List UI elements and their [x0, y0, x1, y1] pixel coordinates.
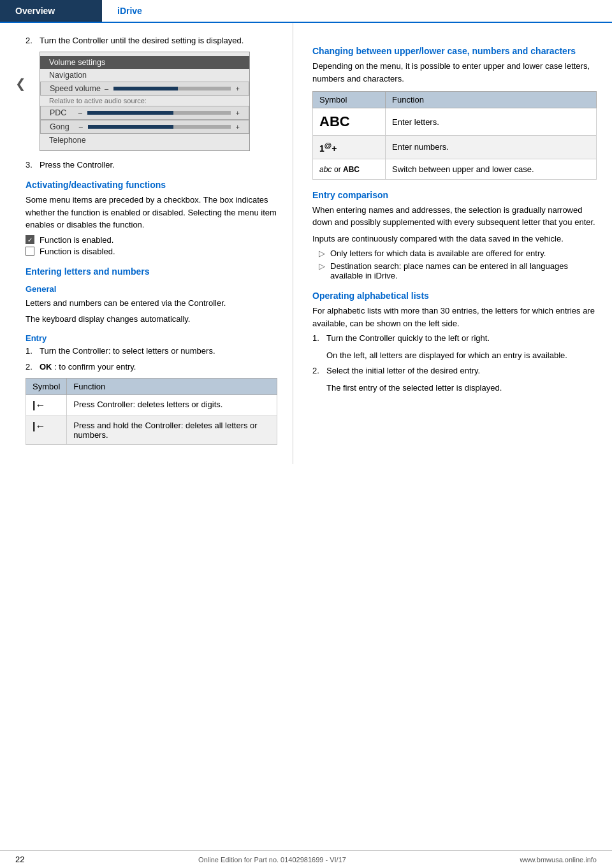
abc-symbol-cell: ABC [313, 108, 386, 136]
menu-item-gong: Gong – + [40, 120, 249, 134]
gong-label: Gong [50, 122, 69, 131]
operating-text: For alphabetic lists with more than 30 e… [312, 305, 597, 329]
right-table-header-function: Function [386, 92, 597, 108]
entry-step1-text: Turn the Controller: to select letters o… [40, 346, 277, 356]
menu-item-volume: Volume settings [40, 56, 249, 69]
menu-label-relative: Relative to active audio source: [40, 96, 249, 106]
speed-volume-label: Speed volume [50, 84, 101, 93]
gong-minus: – [69, 123, 83, 131]
num-icon: 1@+ [319, 143, 337, 154]
activating-text: Some menu items are preceded by a checkb… [26, 194, 277, 231]
abc-lower-icon: abc [319, 165, 332, 174]
right-table-row-abc: ABC Enter letters. [313, 108, 597, 136]
checkbox-checked-icon [26, 235, 34, 244]
checkbox-disabled-text: Function is disabled. [40, 247, 115, 256]
right-table-header-symbol: Symbol [313, 92, 386, 108]
entry-subheading: Entry [26, 333, 277, 343]
entry-comparison-heading: Entry comparison [312, 190, 597, 200]
page-footer: 22 Online Edition for Part no. 014029816… [0, 850, 612, 868]
step-2-item: 2. Turn the Controller until the desired… [26, 36, 277, 45]
nav-left-arrow: ❮ [15, 76, 26, 91]
entry-comparison-text1: When entering names and addresses, the s… [312, 204, 597, 229]
bullet-text-2: Destination search: place names can be e… [330, 261, 597, 280]
entering-heading: Entering letters and numbers [26, 266, 277, 277]
entry-step1-item: 1. Turn the Controller: to select letter… [26, 346, 277, 356]
header-overview-tab[interactable]: Overview [0, 0, 102, 22]
speed-plus: + [236, 85, 240, 92]
table-row-backspace1: |← Press Controller: deletes letters or … [26, 394, 277, 416]
page-number: 22 [15, 855, 24, 864]
backspace1-symbol: |← [26, 394, 67, 416]
changing-heading: Changing between upper/lower case, numbe… [312, 46, 597, 56]
right-table-row-case: abc or ABC Switch between upper and lowe… [313, 159, 597, 179]
abc-function: Enter letters. [386, 108, 597, 136]
entry-step2-number: 2. [26, 362, 40, 372]
step-3-item: 3. Press the Controller. [26, 160, 277, 170]
num-symbol-cell: 1@+ [313, 136, 386, 159]
general-subheading: General [26, 284, 277, 294]
step-2-text: Turn the Controller until the desired se… [40, 36, 277, 45]
menu-item-telephone: Telephone [40, 134, 249, 147]
menu-screenshot: ❮ Volume settings Navigation Speed volum… [26, 52, 277, 151]
right-table-row-num: 1@+ Enter numbers. [313, 136, 597, 159]
op-step2-number: 2. [312, 366, 326, 375]
bullet-text-1: Only letters for which data is available… [330, 249, 546, 258]
step-3-number: 3. [26, 160, 40, 170]
checkbox-empty-icon [26, 247, 34, 256]
gong-plus: + [236, 123, 240, 131]
step-2-number: 2. [26, 36, 40, 45]
or-text: or [334, 165, 343, 174]
checkbox-disabled-item: Function is disabled. [26, 247, 277, 256]
menu-item-pdc: PDC – + [40, 106, 249, 120]
volume-settings-menu: Volume settings Navigation Speed volume … [40, 52, 250, 151]
bullet-arrow-2: ▷ [319, 261, 325, 280]
menu-item-navigation: Navigation [40, 69, 249, 82]
entry-comparison-text2: Inputs are continuously compared with th… [312, 233, 597, 245]
backspace1-function: Press Controller: deletes letters or dig… [67, 394, 277, 416]
backspace1-icon: |← [33, 400, 45, 410]
pdc-slider [87, 111, 231, 115]
operating-heading: Operating alphabetical lists [312, 291, 597, 301]
bullet-item-2: ▷ Destination search: place names can be… [312, 261, 597, 280]
gong-slider [88, 125, 231, 129]
overview-label: Overview [15, 6, 55, 16]
upper-lower-table: Symbol Function ABC Enter letters. 1@+ E… [312, 91, 597, 180]
case-function: Switch between upper and lower case. [386, 159, 597, 179]
ABC-upper-icon: ABC [343, 165, 360, 174]
entry-step1-number: 1. [26, 346, 40, 356]
header-idrive-tab[interactable]: iDrive [102, 0, 157, 22]
page-header: Overview iDrive [0, 0, 612, 23]
bullet-item-1: ▷ Only letters for which data is availab… [312, 249, 597, 258]
op-step1-text: Turn the Controller quickly to the left … [326, 333, 597, 343]
op-step2-item: 2. Select the initial letter of the desi… [312, 366, 597, 375]
backspace2-symbol: |← [26, 416, 67, 444]
op-step1-sub-text: On the left, all letters are displayed f… [326, 349, 597, 362]
bullet-arrow-1: ▷ [319, 249, 325, 258]
right-column: Changing between upper/lower case, numbe… [293, 23, 612, 464]
step-3-text: Press the Controller. [40, 160, 277, 170]
backspace2-icon: |← [33, 421, 45, 431]
checkbox-enabled-item: Function is enabled. [26, 235, 277, 245]
backspace2-function: Press and hold the Controller: deletes a… [67, 416, 277, 444]
speed-slider [113, 87, 230, 90]
pdc-label: PDC [50, 108, 66, 117]
op-step2-text: Select the initial letter of the desired… [326, 366, 597, 375]
table-row-backspace2: |← Press and hold the Controller: delete… [26, 416, 277, 444]
op-step1-item: 1. Turn the Controller quickly to the le… [312, 333, 597, 343]
table-header-symbol: Symbol [26, 378, 67, 394]
changing-text: Depending on the menu, it is possible to… [312, 60, 597, 85]
general-text2: The keyboard display changes automatical… [26, 313, 277, 326]
op-step2-sub-text: The first entry of the selected letter i… [326, 382, 597, 394]
abc-large-icon: ABC [319, 113, 350, 129]
footer-online-text: Online Edition for Part no. 01402981699 … [198, 856, 346, 864]
entry-step2-text: OK : to confirm your entry. [40, 362, 277, 372]
main-content: 2. Turn the Controller until the desired… [0, 23, 612, 464]
ok-symbol: OK [40, 362, 52, 372]
case-symbol-cell: abc or ABC [313, 159, 386, 179]
footer-website: www.bmwusa.online.info [520, 856, 597, 864]
table-header-function: Function [67, 378, 277, 394]
menu-item-speed-volume: Speed volume – + [40, 82, 249, 96]
speed-minus: – [101, 85, 108, 92]
pdc-plus: + [236, 109, 240, 117]
symbol-function-table: Symbol Function |← Press Controller: del… [26, 378, 277, 445]
